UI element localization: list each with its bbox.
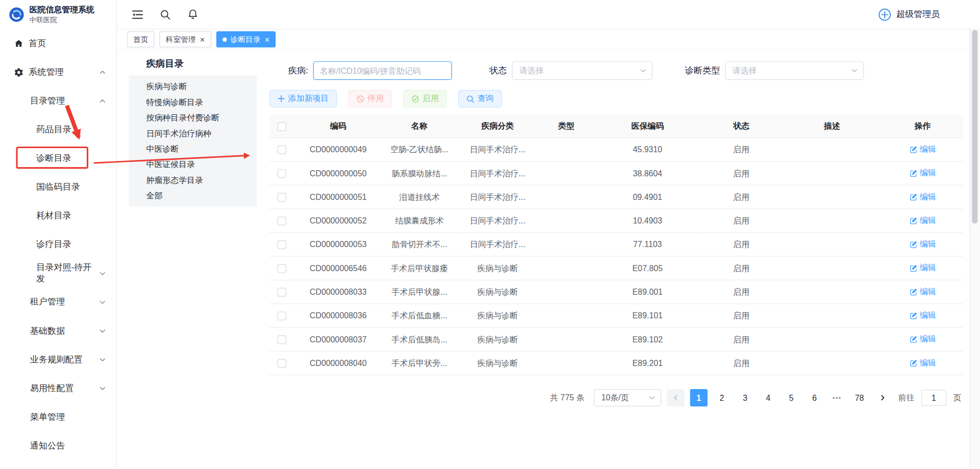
catalog-item[interactable]: 特慢病诊断目录 bbox=[129, 94, 257, 110]
tab-home[interactable]: 首页 bbox=[127, 31, 154, 48]
status-filter-label: 状态 bbox=[489, 65, 507, 76]
page-button[interactable]: 2 bbox=[713, 389, 731, 406]
sidebar-item-diagnosis-catalog[interactable]: 诊断目录 bbox=[0, 144, 116, 173]
sidebar-item-label: 业务规则配置 bbox=[30, 354, 82, 365]
edit-button[interactable]: 编辑 bbox=[909, 215, 936, 226]
scrollbar-thumb[interactable] bbox=[972, 30, 977, 223]
next-page-button[interactable] bbox=[874, 389, 891, 406]
row-checkbox[interactable] bbox=[278, 312, 286, 320]
magnifier-icon bbox=[466, 95, 475, 103]
category-cell: 疾病与诊断 bbox=[457, 328, 538, 351]
row-checkbox[interactable] bbox=[278, 169, 286, 178]
page-button[interactable]: 78 bbox=[851, 389, 868, 406]
table-row: CD0000008036手术后低血糖...疾病与诊断E89.101启用编辑 bbox=[269, 304, 963, 328]
edit-button[interactable]: 编辑 bbox=[909, 357, 936, 369]
page-button[interactable]: 3 bbox=[736, 389, 754, 406]
name-cell: 结膜囊成形术 bbox=[382, 209, 457, 232]
row-checkbox[interactable] bbox=[278, 240, 286, 249]
sidebar-item-notice[interactable]: 通知公告 bbox=[0, 432, 116, 460]
collapse-menu-icon[interactable] bbox=[132, 10, 143, 19]
sidebar-item-home[interactable]: 首页 bbox=[0, 29, 116, 58]
row-checkbox[interactable] bbox=[278, 264, 286, 273]
row-select-cell bbox=[269, 280, 295, 303]
sidebar-item-consumable-catalog[interactable]: 耗材目录 bbox=[0, 201, 116, 230]
sidebar-item-treatment-catalog[interactable]: 诊疗目录 bbox=[0, 231, 116, 259]
goto-page-input[interactable] bbox=[922, 390, 947, 406]
catalog-item[interactable]: 疾病与诊断 bbox=[129, 78, 257, 94]
edit-button[interactable]: 编辑 bbox=[909, 144, 936, 155]
edit-button[interactable]: 编辑 bbox=[909, 239, 936, 250]
page-button[interactable]: 4 bbox=[759, 389, 777, 406]
goto-label: 前往 bbox=[898, 392, 915, 403]
row-checkbox[interactable] bbox=[278, 146, 286, 154]
edit-button[interactable]: 编辑 bbox=[909, 262, 936, 274]
row-checkbox[interactable] bbox=[278, 217, 286, 226]
sidebar-item-national-code-catalog[interactable]: 国临码目录 bbox=[0, 173, 116, 201]
user-menu[interactable]: 超级管理员 bbox=[878, 8, 940, 21]
close-icon[interactable]: × bbox=[265, 35, 269, 44]
enable-button[interactable]: 启用 bbox=[403, 90, 447, 107]
sidebar-item-usability-config[interactable]: 易用性配置 bbox=[0, 374, 116, 403]
sidebar-item-drug-catalog[interactable]: 药品目录 bbox=[0, 115, 116, 144]
workspace: 疾病: 状态 请选择 诊断类型 请选择 bbox=[269, 61, 963, 406]
row-checkbox[interactable] bbox=[278, 288, 286, 297]
edit-button[interactable]: 编辑 bbox=[909, 334, 936, 345]
edit-button[interactable]: 编辑 bbox=[909, 168, 936, 179]
bell-icon[interactable] bbox=[187, 9, 198, 20]
tab-diagnosis-catalog[interactable]: 诊断目录× bbox=[216, 31, 276, 48]
more-pages-button[interactable]: ••• bbox=[829, 394, 845, 402]
disable-button[interactable]: 停用 bbox=[348, 90, 392, 107]
action-cell: 编辑 bbox=[882, 304, 963, 328]
close-icon[interactable]: × bbox=[200, 35, 205, 44]
select-all-checkbox[interactable] bbox=[278, 123, 286, 131]
type-cell bbox=[538, 304, 595, 328]
page-button[interactable]: 6 bbox=[806, 389, 823, 406]
chevron-down-icon bbox=[639, 67, 647, 74]
catalog-list: 疾病与诊断特慢病诊断目录按病种目录付费诊断日间手术治疗病种中医诊断中医证候目录肿… bbox=[129, 75, 257, 207]
tab-department-management[interactable]: 科室管理× bbox=[160, 31, 211, 48]
row-checkbox[interactable] bbox=[278, 193, 286, 202]
row-select-cell bbox=[269, 209, 295, 232]
row-select-cell bbox=[269, 256, 295, 280]
sidebar-item-tenant-management[interactable]: 租户管理 bbox=[0, 288, 116, 317]
description-cell bbox=[782, 256, 882, 280]
status-select[interactable]: 请选择 bbox=[512, 61, 653, 80]
catalog-item[interactable]: 肿瘤形态学目录 bbox=[129, 172, 257, 188]
table-row: CD0000008033手术后甲状腺...疾病与诊断E89.001启用编辑 bbox=[269, 280, 963, 303]
edit-button[interactable]: 编辑 bbox=[909, 286, 936, 297]
sidebar-item-label: 通知公告 bbox=[30, 440, 65, 452]
query-button[interactable]: 查询 bbox=[458, 90, 502, 107]
sidebar-item-system-management[interactable]: 系统管理 bbox=[0, 58, 116, 87]
catalog-item[interactable]: 日间手术治疗病种 bbox=[129, 126, 257, 141]
edit-button[interactable]: 编辑 bbox=[909, 191, 936, 202]
row-checkbox[interactable] bbox=[278, 359, 286, 368]
diagnosis-type-select[interactable]: 请选择 bbox=[725, 61, 864, 80]
catalog-item[interactable]: 中医诊断 bbox=[129, 141, 257, 156]
code-cell: CD0000000049 bbox=[295, 138, 382, 161]
prev-page-button[interactable] bbox=[667, 389, 684, 406]
scrollbar-track[interactable] bbox=[969, 28, 980, 469]
insurance-code-cell: 09.4901 bbox=[595, 185, 701, 209]
column-header: 描述 bbox=[782, 115, 882, 137]
disease-search-input[interactable] bbox=[313, 61, 452, 80]
sidebar-item-catalog-management[interactable]: 目录管理 bbox=[0, 87, 116, 115]
edit-button[interactable]: 编辑 bbox=[909, 310, 936, 321]
name-cell: 手术后低血糖... bbox=[382, 304, 457, 328]
catalog-item[interactable]: 中医证候目录 bbox=[129, 157, 257, 172]
search-icon[interactable] bbox=[160, 9, 171, 20]
sidebar-item-label: 首页 bbox=[29, 38, 46, 49]
add-item-button[interactable]: 添加新项目 bbox=[269, 90, 337, 107]
page-size-select[interactable]: 10条/页 bbox=[594, 389, 661, 406]
row-checkbox[interactable] bbox=[278, 336, 286, 344]
active-tab-dot bbox=[222, 37, 227, 42]
page-button[interactable]: 5 bbox=[782, 389, 800, 406]
catalog-item[interactable]: 按病种目录付费诊断 bbox=[129, 110, 257, 125]
type-cell bbox=[538, 351, 595, 375]
sidebar-item-catalog-mapping[interactable]: 目录对照-待开发 bbox=[0, 259, 116, 288]
catalog-item[interactable]: 全部 bbox=[129, 188, 257, 203]
app-titles: 医院信息管理系统 中联医院 bbox=[29, 6, 94, 24]
page-button[interactable]: 1 bbox=[690, 389, 708, 406]
sidebar-item-menu-management[interactable]: 菜单管理 bbox=[0, 403, 116, 432]
sidebar-item-business-rules[interactable]: 业务规则配置 bbox=[0, 345, 116, 374]
sidebar-item-base-data[interactable]: 基础数据 bbox=[0, 317, 116, 345]
